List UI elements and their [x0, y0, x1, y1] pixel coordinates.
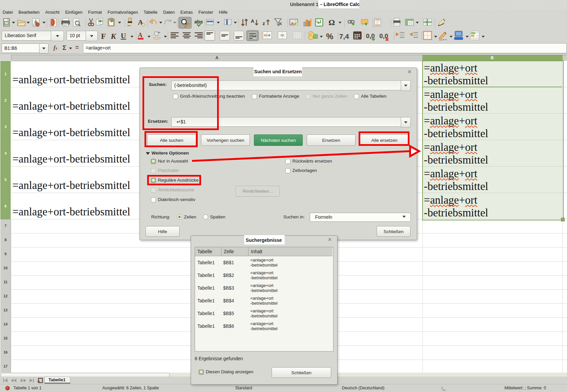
svg-text:%: %: [326, 32, 333, 41]
svg-text:Ω: Ω: [328, 18, 335, 27]
svg-text:0,0: 0,0: [379, 32, 388, 39]
svg-text:K: K: [110, 32, 117, 40]
svg-text:i: i: [316, 20, 317, 23]
svg-text:A: A: [251, 18, 254, 24]
svg-text:A: A: [138, 31, 143, 39]
svg-text:U: U: [121, 31, 126, 40]
svg-text:abc: abc: [194, 19, 203, 24]
svg-text:7,4: 7,4: [339, 32, 349, 40]
svg-text:F: F: [101, 32, 106, 40]
svg-text:z: z: [263, 21, 265, 26]
